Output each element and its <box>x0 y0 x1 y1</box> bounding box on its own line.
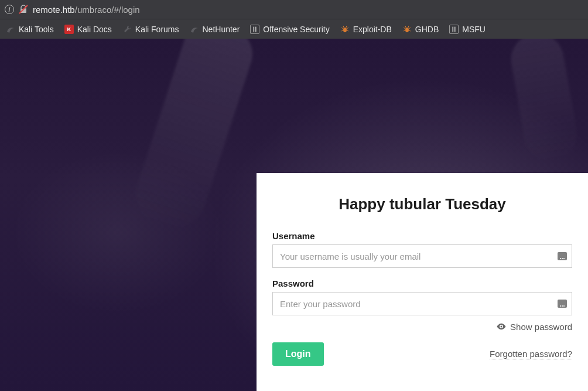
bookmark-kali-tools[interactable]: Kali Tools <box>2 23 57 36</box>
username-group: Username <box>272 231 572 268</box>
bookmark-nethunter[interactable]: NetHunter <box>186 23 244 36</box>
show-password-row: Show password <box>272 321 572 334</box>
offsec-icon <box>449 25 459 34</box>
forgotten-password-link[interactable]: Forgotten password? <box>490 349 572 359</box>
spider-icon <box>402 25 412 34</box>
svg-point-8 <box>501 326 502 328</box>
bookmark-label: Kali Tools <box>19 25 54 34</box>
bookmark-label: Kali Docs <box>77 25 112 34</box>
bookmark-label: GHDB <box>415 25 439 34</box>
show-password-toggle[interactable]: Show password <box>496 321 572 332</box>
bookmark-kali-docs[interactable]: K Kali Docs <box>61 23 115 36</box>
svg-point-4 <box>343 28 347 32</box>
svg-rect-6 <box>453 26 454 32</box>
svg-rect-7 <box>454 26 456 32</box>
bookmark-exploit-db[interactable]: Exploit-DB <box>337 23 395 36</box>
offsec-icon <box>250 25 259 34</box>
password-input-wrap[interactable] <box>272 292 572 315</box>
login-page: Happy tubular Tuesday Username Password <box>0 39 588 391</box>
bookmark-ghdb[interactable]: GHDB <box>399 23 442 36</box>
spider-icon <box>340 25 350 34</box>
password-group: Password <box>272 278 572 315</box>
browser-address-bar[interactable]: i remote.htb/umbraco/#/login <box>0 0 588 19</box>
password-manager-icon[interactable] <box>558 300 567 308</box>
dragon-icon <box>6 25 15 34</box>
kali-docs-icon: K <box>64 25 74 34</box>
url-text[interactable]: remote.htb/umbraco/#/login <box>33 5 140 15</box>
password-label: Password <box>272 278 572 288</box>
show-password-label: Show password <box>510 322 572 332</box>
eye-icon <box>496 321 507 332</box>
svg-rect-3 <box>255 26 257 32</box>
login-greeting: Happy tubular Tuesday <box>272 195 572 213</box>
bookmark-label: Exploit-DB <box>353 25 392 34</box>
username-label: Username <box>272 231 572 241</box>
bookmark-msfu[interactable]: MSFU <box>446 23 489 36</box>
svg-rect-2 <box>254 26 255 32</box>
username-input[interactable] <box>273 245 572 267</box>
bookmark-label: NetHunter <box>203 25 240 34</box>
svg-point-5 <box>405 28 409 32</box>
insecure-lock-icon[interactable] <box>19 5 28 14</box>
url-path: /umbraco/#/login <box>75 5 140 15</box>
username-input-wrap[interactable] <box>272 244 572 268</box>
login-button[interactable]: Login <box>272 342 324 366</box>
password-manager-icon[interactable] <box>558 252 567 260</box>
password-input[interactable] <box>273 293 572 315</box>
wrench-icon <box>122 25 132 34</box>
info-circle-icon[interactable]: i <box>5 5 14 14</box>
dragon-icon <box>190 25 199 34</box>
bookmark-label: Kali Forums <box>135 25 179 34</box>
browser-bookmarks-bar: Kali Tools K Kali Docs Kali Forums NetHu… <box>0 19 588 39</box>
bookmark-offensive-security[interactable]: Offensive Security <box>247 23 333 36</box>
bookmark-label: MSFU <box>462 25 486 34</box>
url-domain: remote.htb <box>33 5 75 15</box>
login-card: Happy tubular Tuesday Username Password <box>257 173 588 391</box>
bookmark-label: Offensive Security <box>263 25 329 34</box>
login-actions: Login Forgotten password? <box>272 342 572 366</box>
bookmark-kali-forums[interactable]: Kali Forums <box>119 23 183 36</box>
